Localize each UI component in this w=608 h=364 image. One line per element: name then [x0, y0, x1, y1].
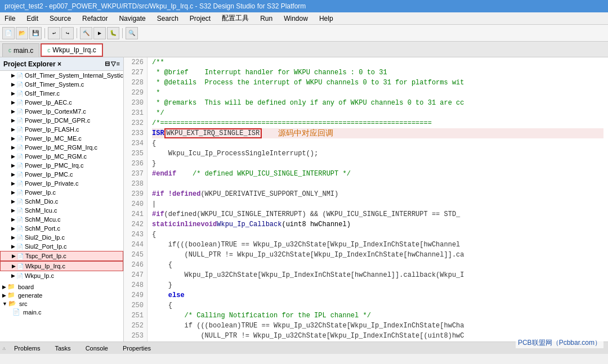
- tab-console[interactable]: Console: [79, 343, 114, 353]
- line-number: 231: [127, 108, 144, 118]
- tree-group-item[interactable]: ▶📁generate: [0, 291, 123, 299]
- line-number: 248: [127, 280, 144, 290]
- menu-item-file[interactable]: File: [2, 14, 17, 24]
- code-line: }: [152, 280, 603, 290]
- explorer-collapse-btn[interactable]: ⊟: [105, 60, 110, 68]
- toolbar: 📄 📂 💾 ↩ ↪ 🔨 ▶ 🐛 🔍: [0, 25, 608, 42]
- code-line: |: [152, 199, 603, 209]
- code-line: if(((boolean)TRUE == Wkpu_Ip_u32ChState[…: [152, 240, 603, 250]
- tree-item[interactable]: ▶📄Power_Ip.c: [0, 188, 123, 197]
- line-number: 235: [127, 149, 144, 159]
- code-line: * @brief Interrupt handler for WKPU chan…: [152, 68, 603, 78]
- tree-item[interactable]: ▶📄SchM_Port.c: [0, 224, 123, 233]
- code-line: [152, 179, 603, 189]
- code-line: #if !defined(WKPU_DERIVATIVE_SUPPORT_ONL…: [152, 189, 603, 199]
- explorer-filter-btn[interactable]: ▽: [111, 60, 115, 68]
- tree-item[interactable]: ▶📄Power_Ip_PMC.c: [0, 170, 123, 179]
- tab-icon-main: c: [8, 47, 11, 53]
- tree-item[interactable]: ▶📄OsIf_Timer.c: [0, 89, 123, 98]
- toolbar-build[interactable]: 🔨: [80, 27, 92, 39]
- watermark: PCB联盟网（Pcbbar.com）: [516, 338, 603, 348]
- tree-item[interactable]: ▶📄Power_Ip_FLASH.c: [0, 125, 123, 134]
- code-line: *: [152, 88, 603, 98]
- tree-item[interactable]: ▶📄SchM_Mcu.c: [0, 215, 123, 224]
- menu-item-navigate[interactable]: Navigate: [117, 14, 147, 24]
- toolbar-sep2: [77, 28, 77, 38]
- tab-tasks[interactable]: Tasks: [49, 343, 77, 353]
- console-icon: ⚠: [2, 345, 6, 352]
- line-numbers: 2262272282292302312322332342352362372382…: [124, 57, 147, 341]
- menu-item-help[interactable]: Help: [317, 14, 336, 24]
- code-line: Wkpu_Icu_Ip_ProcessSingleInterrupt();: [152, 149, 603, 159]
- menu-item-配置工具[interactable]: 配置工具: [220, 12, 251, 24]
- line-number: 241: [127, 209, 144, 219]
- code-line: #if (defined(WKPU_ICU_SINGLE_INTERRUPT) …: [152, 209, 603, 219]
- code-line: {: [152, 300, 603, 311]
- line-number: 229: [127, 88, 144, 98]
- code-line: */: [152, 108, 603, 118]
- code-line: {: [152, 260, 603, 270]
- watermark-text: PCB联盟网（Pcbbar.com）: [518, 339, 601, 347]
- toolbar-search[interactable]: 🔍: [126, 27, 138, 39]
- menu-item-edit[interactable]: Edit: [24, 14, 41, 24]
- line-number: 239: [127, 189, 144, 199]
- tree-item[interactable]: ▶📄SchM_Dio.c: [0, 197, 123, 206]
- menu-item-window[interactable]: Window: [281, 14, 310, 24]
- tree-item[interactable]: ▶📄Siul2_Port_Ip.c: [0, 242, 123, 251]
- line-number: 242: [127, 219, 144, 230]
- tree-group-item[interactable]: 📄main.c: [0, 308, 123, 316]
- tab-properties[interactable]: Properties: [117, 343, 157, 353]
- code-line: {: [152, 138, 603, 149]
- line-number: 252: [127, 321, 144, 331]
- code-content[interactable]: 2262272282292302312322332342352362372382…: [124, 57, 608, 341]
- code-text[interactable]: /** * @brief Interrupt handler for WKPU …: [147, 57, 608, 341]
- toolbar-run[interactable]: ▶: [93, 27, 106, 39]
- code-line: Wkpu_Ip_u32ChState[Wkpu_Ip_IndexInChStat…: [152, 270, 603, 280]
- tree-item[interactable]: ▶📄Power_Ip_CortexM7.c: [0, 107, 123, 116]
- tree-item[interactable]: ▶📄Wkpu_Ip_Irq.c: [0, 261, 123, 271]
- tree-item[interactable]: ▶📄Power_Ip_DCM_GPR.c: [0, 116, 123, 125]
- code-line: /*======================================…: [152, 118, 603, 128]
- tree-item[interactable]: ▶📄Power_Ip_MC_RGM_Irq.c: [0, 143, 123, 152]
- menu-item-refactor[interactable]: Refactor: [80, 14, 110, 24]
- tree-item[interactable]: ▶📄Wkpu_Ip.c: [0, 271, 123, 280]
- toolbar-redo[interactable]: ↪: [61, 27, 74, 39]
- tab-problems[interactable]: Problems: [8, 343, 46, 353]
- tree-group-item[interactable]: ▼📂src: [0, 299, 123, 308]
- code-line: /**: [152, 57, 603, 68]
- code-line: /* Calling Notification for the IPL chan…: [152, 311, 603, 321]
- tree-item[interactable]: ▶📄OsIf_Timer_System.c: [0, 80, 123, 89]
- menu-item-source[interactable]: Source: [47, 14, 73, 24]
- toolbar-sep1: [44, 28, 45, 38]
- line-number: 237: [127, 169, 144, 179]
- line-number: 243: [127, 230, 144, 240]
- project-explorer: Project Explorer × ⊟ ▽ ≡ ▶📄OsIf_Timer_Sy…: [0, 57, 124, 341]
- tree-item[interactable]: ▶📄SchM_Icu.c: [0, 206, 123, 215]
- toolbar-new[interactable]: 📄: [2, 27, 15, 39]
- menu-item-search[interactable]: Search: [155, 14, 181, 24]
- line-number: 249: [127, 290, 144, 300]
- toolbar-sep3: [122, 28, 123, 38]
- explorer-menu-btn[interactable]: ≡: [117, 60, 120, 68]
- line-number: 236: [127, 159, 144, 169]
- tree-item[interactable]: ▶📄OsIf_Timer_System_Internal_Systick.c: [0, 71, 123, 80]
- menu-item-project[interactable]: Project: [187, 14, 213, 24]
- line-number: 230: [127, 98, 144, 108]
- tree-item[interactable]: ▶📄Power_Ip_PMC_Irq.c: [0, 161, 123, 170]
- tab-main-c[interactable]: c main.c: [2, 43, 39, 57]
- toolbar-debug[interactable]: 🐛: [107, 27, 119, 39]
- tree-item[interactable]: ▶📄Power_Ip_MC_ME.c: [0, 134, 123, 143]
- code-line: #endif /* defined WKPU_ICU_SINGLE_INTERR…: [152, 169, 603, 179]
- tree-item[interactable]: ▶📄Siul2_Dio_Ip.c: [0, 233, 123, 242]
- toolbar-open[interactable]: 📂: [16, 27, 28, 39]
- toolbar-save[interactable]: 💾: [29, 27, 42, 39]
- tree-item[interactable]: ▶📄Power_Ip_Private.c: [0, 179, 123, 188]
- tab-wkpu-irq-c[interactable]: c Wkpu_Ip_Irq.c: [41, 43, 102, 57]
- tree-item[interactable]: ▶📄Tspc_Port_Ip.c: [0, 251, 123, 261]
- menu-item-run[interactable]: Run: [258, 14, 275, 24]
- tree-item[interactable]: ▶📄Power_Ip_MC_RGM.c: [0, 152, 123, 161]
- toolbar-undo[interactable]: ↩: [48, 27, 60, 39]
- code-line: else: [152, 290, 603, 300]
- tree-group-item[interactable]: ▶📁board: [0, 282, 123, 291]
- tree-item[interactable]: ▶📄Power_Ip_AEC.c: [0, 98, 123, 107]
